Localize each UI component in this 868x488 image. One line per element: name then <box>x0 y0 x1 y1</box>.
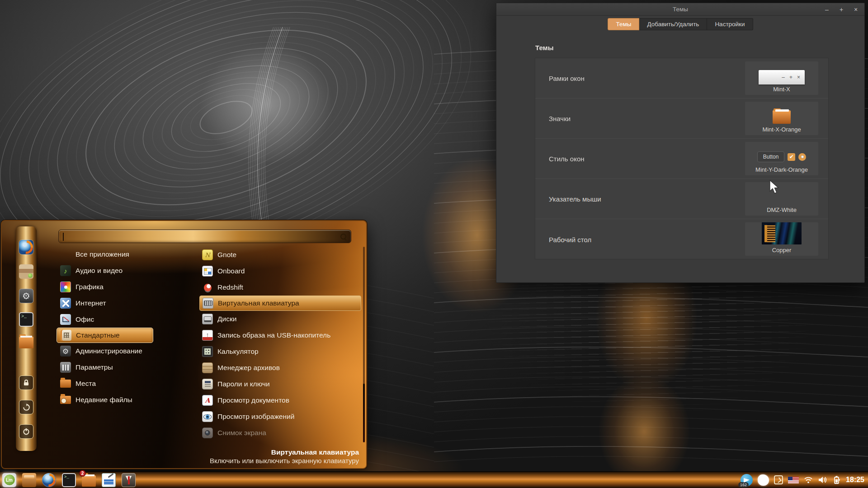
category-all-applications[interactable]: Все приложения <box>57 246 153 263</box>
tab-settings[interactable]: Настройки <box>707 18 753 30</box>
clock: 18:25 <box>846 476 864 484</box>
close-button[interactable]: × <box>852 3 860 16</box>
maximize-button[interactable]: + <box>837 3 845 16</box>
row-desktop-background: Рабочий стол Copper <box>535 219 828 259</box>
app-passwords-keys[interactable]: Пароли и ключи <box>199 376 361 392</box>
background-picker[interactable]: Copper <box>745 222 818 256</box>
app-redshift[interactable]: Redshift <box>199 279 361 296</box>
category-preferences[interactable]: Параметры <box>57 359 153 375</box>
search-icon <box>340 233 347 240</box>
pointer-picker[interactable]: DMZ-White <box>745 182 818 216</box>
app-label: Диски <box>217 315 236 323</box>
menu-footer: Виртуальная клавиатура Включить или выкл… <box>210 448 359 465</box>
app-label: Запись образа на USB-накопитель <box>217 331 330 339</box>
controls-picker[interactable]: Button ✔ Mint-Y-Dark-Orange <box>745 142 818 175</box>
theme-name: Mint-X <box>773 86 790 93</box>
libreoffice-writer-icon[interactable] <box>102 473 116 487</box>
category-accessories[interactable]: Стандартные <box>57 328 153 343</box>
app-label: Снимок экрана <box>217 429 266 437</box>
lock-screen-button[interactable] <box>19 375 33 390</box>
tab-themes[interactable]: Темы <box>608 18 639 30</box>
terminal-icon[interactable] <box>19 312 33 327</box>
power-icon <box>23 428 30 435</box>
category-label: Недавние файлы <box>75 396 132 404</box>
places-folder-icon <box>60 380 71 388</box>
app-onboard[interactable]: Onboard <box>199 263 361 279</box>
apps-scrollbar[interactable] <box>363 247 365 442</box>
category-internet[interactable]: Интернет <box>57 295 153 311</box>
system-tray: 162 18:25 <box>741 474 868 486</box>
virtual-keyboard-icon <box>203 298 213 309</box>
files-launcher-icon[interactable]: 2 <box>82 475 96 487</box>
menu-apps: Gnote Onboard Redshift Виртуальная клави… <box>199 247 361 441</box>
app-disks[interactable]: Диски <box>199 311 361 327</box>
office-icon <box>60 314 71 325</box>
row-label: Указатель мыши <box>549 195 601 203</box>
shutdown-button[interactable] <box>19 424 33 439</box>
battery-icon[interactable] <box>833 475 840 484</box>
logout-button[interactable] <box>19 400 33 414</box>
preferences-icon <box>60 362 71 373</box>
files-icon[interactable] <box>19 337 33 348</box>
notification-blob-icon[interactable] <box>758 474 769 486</box>
onboard-icon <box>202 266 213 277</box>
telegram-badge: 162 <box>738 482 749 488</box>
firefox-launcher-icon[interactable] <box>42 473 56 487</box>
audio-video-icon <box>60 265 71 276</box>
administration-icon <box>60 346 71 357</box>
button-preview: Button <box>757 151 785 162</box>
app-calculator[interactable]: Калькулятор <box>199 343 361 360</box>
tab-add-remove[interactable]: Добавить/Удалить <box>639 18 707 30</box>
apps-scrollbar-thumb[interactable] <box>363 384 365 442</box>
firefox-icon[interactable] <box>19 240 33 254</box>
category-audio-video[interactable]: Аудио и видео <box>57 263 153 279</box>
usb-writer-icon <box>202 330 213 341</box>
taskbar-panel: 2 162 <box>0 471 868 488</box>
app-gnote[interactable]: Gnote <box>199 247 361 263</box>
disks-icon <box>202 314 213 324</box>
app-image-viewer[interactable]: Просмотр изображений <box>199 408 361 425</box>
minimize-button[interactable]: – <box>823 3 831 16</box>
category-recent-files[interactable]: Недавние файлы <box>57 392 153 408</box>
app-label: Виртуальная клавиатура <box>218 299 299 307</box>
app-document-viewer[interactable]: Просмотр документов <box>199 392 361 408</box>
app-virtual-keyboard[interactable]: Виртуальная клавиатура <box>199 296 361 311</box>
app-screenshot[interactable]: Снимок экрана <box>199 425 361 441</box>
icons-picker[interactable]: Mint-X-Orange <box>745 102 818 135</box>
suit-app-icon[interactable] <box>122 473 136 487</box>
menu-search-input[interactable] <box>58 230 351 243</box>
preview-close-glyph: × <box>797 74 800 80</box>
category-administration[interactable]: Администрирование <box>57 343 153 359</box>
titlebar-preview: –+× <box>759 70 805 84</box>
telegram-tray-icon[interactable]: 162 <box>741 474 753 486</box>
radio-preview <box>798 153 806 161</box>
app-label: Onboard <box>217 267 245 275</box>
input-device-icon[interactable] <box>774 475 783 484</box>
keyboard-layout-us-flag[interactable] <box>788 477 799 483</box>
internet-icon <box>60 298 71 309</box>
category-graphics[interactable]: Графика <box>57 279 153 295</box>
network-icon[interactable] <box>804 476 813 483</box>
show-desktop-button[interactable] <box>22 473 36 487</box>
app-usb-image-writer[interactable]: Запись образа на USB-накопитель <box>199 327 361 343</box>
app-label: Gnote <box>217 251 236 259</box>
terminal-launcher-icon[interactable] <box>62 473 76 487</box>
menu-button[interactable] <box>2 473 16 487</box>
app-archive-manager[interactable]: Менеджер архивов <box>199 360 361 376</box>
themes-window: Темы – + × Темы Добавить/Удалить Настрой… <box>496 3 865 283</box>
volume-icon[interactable] <box>818 476 828 484</box>
gnote-icon <box>202 249 213 260</box>
row-label: Значки <box>549 115 571 122</box>
row-window-borders: Рамки окон –+× Mint-X <box>535 58 828 99</box>
row-label: Рабочий стол <box>549 235 591 243</box>
window-titlebar[interactable]: Темы – + × <box>496 3 864 16</box>
category-places[interactable]: Места <box>57 375 153 392</box>
theme-settings-list: Рамки окон –+× Mint-X Значки Mint-X-Oran… <box>535 58 829 259</box>
category-office[interactable]: Офис <box>57 311 153 328</box>
window-borders-picker[interactable]: –+× Mint-X <box>745 61 818 95</box>
app-label: Просмотр изображений <box>217 413 294 421</box>
software-manager-icon[interactable] <box>19 264 33 279</box>
graphics-icon <box>60 282 71 292</box>
calculator-icon <box>202 346 213 357</box>
system-settings-icon[interactable] <box>19 289 33 303</box>
